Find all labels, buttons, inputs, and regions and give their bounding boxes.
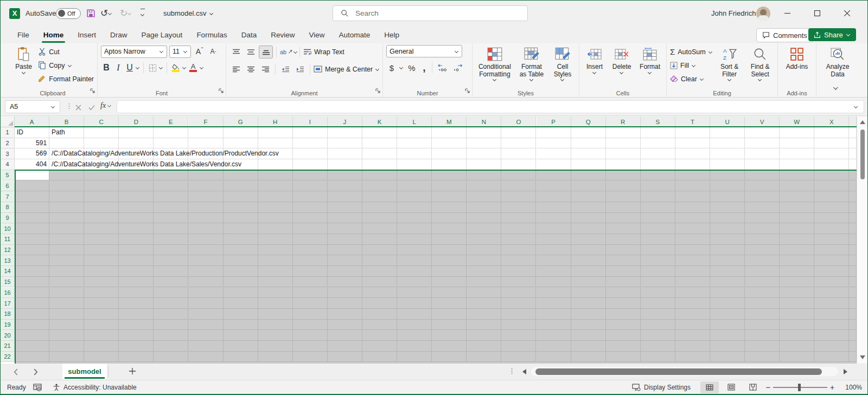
grid-cell[interactable] [49, 341, 84, 352]
grid-cell[interactable] [154, 138, 188, 149]
grid-cell[interactable] [397, 320, 432, 331]
grid-cell[interactable] [154, 255, 188, 266]
grid-cell[interactable] [258, 309, 293, 320]
grid-cell[interactable] [15, 277, 49, 288]
grid-cell[interactable] [675, 181, 710, 192]
grid-cell[interactable] [501, 223, 536, 234]
grid-cell[interactable] [258, 341, 293, 352]
grid-cell[interactable] [362, 191, 397, 202]
format-cells-button[interactable]: Format [637, 45, 663, 75]
grid-cell[interactable] [328, 191, 362, 202]
grid-cell[interactable] [467, 127, 501, 138]
grid-cell[interactable] [49, 191, 84, 202]
grid-cell[interactable] [675, 245, 710, 256]
grid-cell[interactable] [606, 320, 641, 331]
cell-styles-button[interactable]: Cell Styles [550, 45, 576, 82]
grid-cell[interactable] [154, 277, 188, 288]
grid-cell[interactable] [362, 277, 397, 288]
grid-cell[interactable] [501, 298, 536, 309]
clipboard-dialog-launcher[interactable] [90, 86, 95, 96]
grid-cell[interactable] [710, 191, 745, 202]
column-header[interactable]: A [15, 116, 49, 127]
row-header[interactable]: 8 [1, 202, 15, 213]
grid-cell[interactable] [432, 277, 467, 288]
normal-view-button[interactable] [700, 381, 719, 393]
grid-cell[interactable] [571, 330, 606, 341]
grid-cell[interactable] [224, 245, 258, 256]
row-header[interactable]: 3 [1, 148, 15, 159]
grid-cell[interactable] [641, 245, 675, 256]
clear-button[interactable]: Clear [670, 72, 713, 86]
grid-cell[interactable] [154, 320, 188, 331]
row-header[interactable]: 16 [1, 288, 15, 299]
grid-cell[interactable] [397, 288, 432, 299]
grid-cell[interactable] [49, 266, 84, 277]
grid-cell[interactable] [537, 266, 571, 277]
grid-cell[interactable] [467, 159, 501, 170]
grid-cell[interactable] [293, 309, 328, 320]
scroll-down-icon[interactable] [860, 355, 865, 359]
grid-cell[interactable] [397, 277, 432, 288]
grid-cell[interactable] [15, 341, 49, 352]
grid-cell[interactable] [641, 181, 675, 192]
maximize-button[interactable] [805, 1, 829, 26]
grid-cell[interactable] [15, 320, 49, 331]
grid-cell[interactable] [362, 288, 397, 299]
row-header[interactable]: 22 [1, 352, 15, 362]
grid-cell[interactable] [258, 266, 293, 277]
grid-cell[interactable] [397, 223, 432, 234]
grid-cell[interactable] [189, 170, 224, 181]
zoom-slider[interactable] [773, 381, 827, 393]
row-header[interactable]: 11 [1, 234, 15, 245]
grid-cell[interactable] [467, 288, 501, 299]
grid-cell[interactable] [119, 298, 154, 309]
grid-cell[interactable] [224, 170, 258, 181]
grid-cell[interactable] [397, 266, 432, 277]
number-format-select[interactable]: General [386, 45, 462, 57]
grid-cell[interactable] [571, 148, 606, 159]
grid-cell[interactable] [84, 298, 119, 309]
grid-cell[interactable] [849, 170, 857, 181]
grid-cell[interactable] [501, 266, 536, 277]
grid-cell[interactable] [189, 255, 224, 266]
row-header[interactable]: 19 [1, 320, 15, 331]
copy-button[interactable]: Copy [38, 59, 94, 72]
grid-cell[interactable] [537, 245, 571, 256]
grid-cell[interactable] [571, 191, 606, 202]
grid-cell[interactable] [745, 277, 780, 288]
grid-cell[interactable] [780, 245, 814, 256]
grid-cell[interactable] [501, 181, 536, 192]
grid-cell[interactable] [258, 245, 293, 256]
grid-cell[interactable] [258, 255, 293, 266]
grid-cell[interactable] [328, 245, 362, 256]
number-dialog-launcher[interactable] [465, 86, 470, 96]
tab-page-layout[interactable]: Page Layout [135, 26, 190, 43]
column-header[interactable]: X [814, 116, 849, 127]
grid-cell[interactable] [119, 309, 154, 320]
grid-cell[interactable] [119, 277, 154, 288]
grid-cell[interactable] [606, 288, 641, 299]
font-color-dropdown[interactable] [200, 66, 204, 69]
grid-cell[interactable] [258, 277, 293, 288]
grid-cell[interactable] [710, 298, 745, 309]
grid-cell[interactable] [745, 138, 780, 149]
grid-cell[interactable] [675, 223, 710, 234]
grid-cell[interactable] [571, 127, 606, 138]
grid-cell[interactable] [15, 223, 49, 234]
row-header[interactable]: 12 [1, 245, 15, 256]
grid-cell[interactable] [467, 170, 501, 181]
grid-cell[interactable] [745, 352, 780, 362]
grid-cell[interactable] [258, 138, 293, 149]
row-header[interactable]: 20 [1, 330, 15, 341]
grid-cell[interactable] [189, 277, 224, 288]
column-header[interactable]: V [745, 116, 780, 127]
grid-cell[interactable] [362, 234, 397, 245]
column-header[interactable]: R [606, 116, 641, 127]
grid-cell[interactable] [849, 298, 857, 309]
decrease-decimal-button[interactable] [451, 61, 464, 74]
sheet-tab-submodel[interactable]: submodel [62, 364, 107, 379]
grid-cell[interactable] [675, 159, 710, 170]
grid-cell[interactable] [328, 138, 362, 149]
grid-cell[interactable] [501, 191, 536, 202]
grid-cell[interactable] [710, 138, 745, 149]
